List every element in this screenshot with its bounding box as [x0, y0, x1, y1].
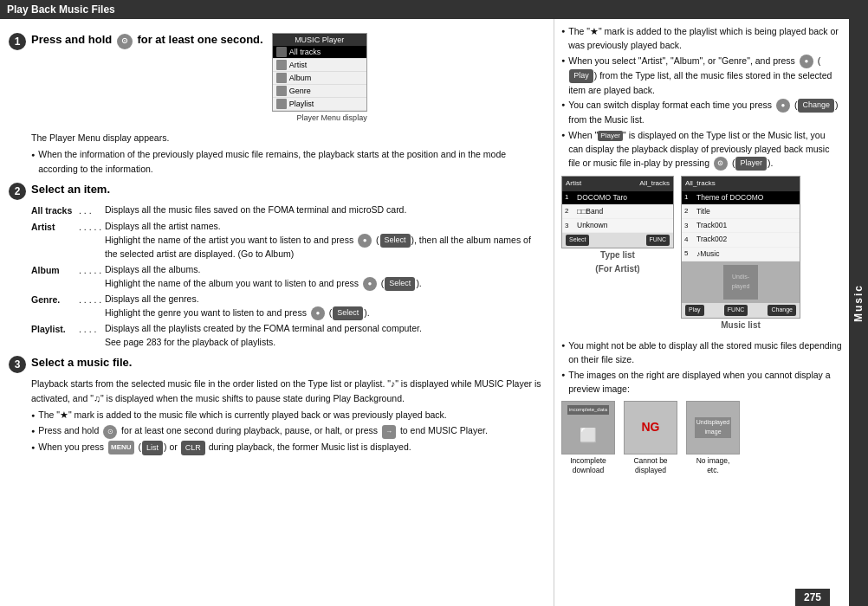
- step-1-body: The Player Menu display appears. When th…: [31, 131, 545, 176]
- type-list-footer: Select FUNC: [562, 233, 673, 248]
- player-label: Player: [598, 131, 623, 141]
- def-term-album: Album: [31, 263, 79, 291]
- music-list-row-2: 2Title: [682, 205, 800, 219]
- incomplete-label: Incompletedownload: [561, 456, 615, 475]
- right-bullet-2-text: When you select "Artist", "Album", or "G…: [568, 54, 842, 98]
- player-menu-item-artist: Artist: [273, 59, 366, 72]
- music-list-screen: All_tracks 1Theme of DOCOMO 2Title 3Trac…: [681, 176, 800, 333]
- music-sidebar-label: Music: [852, 284, 865, 322]
- undisplayed-label: Undisplayedimage: [695, 417, 732, 438]
- player-menu-item-genre: Genre: [273, 85, 366, 98]
- def-dots-alltracks: . . .: [79, 203, 105, 218]
- step-1-number: 1: [9, 33, 26, 50]
- right-bullet-1-text: The "★" mark is added to the playlist wh…: [568, 24, 842, 53]
- type-list-row-3: 3Unknown: [562, 219, 673, 233]
- cannot-display-img: NG: [624, 401, 677, 455]
- step-2-heading: Select an item.: [31, 183, 110, 197]
- step-3-bullet-3-text: When you press MENU (List) or CLR during…: [38, 440, 411, 455]
- right-bullet-2: When you select "Artist", "Album", or "G…: [561, 54, 842, 98]
- def-row-album: Album . . . . . Displays all the albums.…: [31, 263, 545, 291]
- page-number: 275: [795, 589, 830, 606]
- type-list-row-2: 2□□Band: [562, 205, 673, 219]
- ng-label: NG: [642, 418, 660, 437]
- player-menu-display: MUSIC Player All tracks Artist Album: [272, 33, 367, 122]
- step-3-bullet-1: The "★" mark is added to the music file …: [31, 408, 545, 422]
- music-list-row-1: 1Theme of DOCOMO: [682, 191, 800, 205]
- step-3-header: 3 Select a music file.: [9, 356, 545, 373]
- player-menu-item-album: Album: [273, 72, 366, 85]
- def-row-alltracks: All tracks . . . Displays all the music …: [31, 203, 545, 218]
- screenshots-row: ArtistAll_tracks 1DOCOMO Taro 2□□Band 3U…: [561, 176, 842, 333]
- right-bullet-5: You might not be able to display all the…: [561, 338, 842, 367]
- step-3-bullet-1-text: The "★" mark is added to the music file …: [38, 408, 447, 422]
- def-dots-artist: . . . . .: [79, 220, 105, 261]
- right-bullet-6-text: The images on the right are displayed wh…: [568, 368, 842, 396]
- right-sidebar: Music: [849, 0, 868, 606]
- no-image-img: Undisplayedimage: [686, 401, 740, 455]
- incomplete-img: incomplete_data ⬜: [561, 401, 615, 455]
- music-list-row-4: 4Track002: [682, 233, 800, 247]
- def-row-genre: Genre. . . . . . Displays all the genres…: [31, 293, 545, 320]
- right-bullet-3-text: You can switch display format each time …: [568, 98, 842, 126]
- right-bullet-3: You can switch display format each time …: [561, 98, 842, 126]
- step-3-number: 3: [9, 356, 26, 373]
- title-bar: Play Back Music Files: [0, 0, 849, 19]
- def-dots-genre: . . . . .: [79, 293, 105, 320]
- change-footer-btn[interactable]: Change: [768, 305, 796, 316]
- select-btn-3[interactable]: ●: [311, 306, 325, 320]
- type-list-screen: ArtistAll_tracks 1DOCOMO Taro 2□□Band 3U…: [561, 176, 674, 277]
- def-row-artist: Artist . . . . . Displays all the artist…: [31, 220, 545, 261]
- step-3-body: Playback starts from the selected music …: [31, 377, 545, 455]
- select-btn-1[interactable]: ●: [358, 234, 372, 248]
- step-3-desc: Playback starts from the selected music …: [31, 377, 545, 406]
- music-list-header: All_tracks: [682, 177, 800, 190]
- change-btn[interactable]: ●: [776, 99, 790, 113]
- right-bullet-6: The images on the right are displayed wh…: [561, 368, 842, 396]
- clr-btn: CLR: [181, 441, 205, 455]
- preview-no-image: Undisplayedimage No image,etc.: [686, 401, 740, 475]
- play-label: Play: [569, 69, 593, 83]
- incomplete-data-label: incomplete_data: [567, 405, 609, 415]
- right-bullet-4-text: When "Player" is displayed on the Type l…: [568, 128, 842, 171]
- step-1-bullet-1: When the information of the previously p…: [31, 147, 545, 177]
- def-term-genre: Genre.: [31, 293, 79, 320]
- undisplayed-img: Undis-played: [723, 265, 758, 300]
- step-3-bullet-2: Press and hold ⊙ for at least one second…: [31, 423, 545, 439]
- step-3-bullet-2-text: Press and hold ⊙ for at least one second…: [38, 423, 488, 439]
- select-label-1: Select: [380, 234, 411, 248]
- def-row-playlist: Playlist. . . . . Displays all the playl…: [31, 322, 545, 350]
- left-column: 1 Press and hold ⊙ for at least one seco…: [0, 19, 554, 606]
- player-btn-label: Player: [735, 157, 767, 171]
- def-term-alltracks: All tracks: [31, 203, 79, 218]
- type-list-row-1: 1DOCOMO Taro: [562, 191, 673, 205]
- player-btn[interactable]: ⊙: [714, 157, 728, 171]
- step-1-header: 1 Press and hold ⊙ for at least one seco…: [9, 33, 545, 127]
- func-footer-btn2[interactable]: FUNC: [724, 305, 748, 316]
- play-footer-btn[interactable]: Play: [685, 305, 704, 316]
- menu-btn[interactable]: MENU: [108, 441, 134, 455]
- list-label: List: [142, 441, 163, 455]
- type-list-header: ArtistAll_tracks: [562, 177, 673, 190]
- type-list-label: Type list(For Artist): [561, 248, 674, 275]
- def-desc-alltracks: Displays all the music files saved on th…: [105, 203, 545, 218]
- right-column: The "★" mark is added to the playlist wh…: [554, 19, 849, 606]
- select-footer-btn[interactable]: Select: [566, 235, 589, 246]
- music-list-label: Music list: [681, 319, 800, 332]
- step-1-bullet-1-text: When the information of the previously p…: [38, 147, 545, 177]
- title-bar-label: Play Back Music Files: [7, 3, 115, 16]
- func-footer-btn[interactable]: FUNC: [646, 235, 670, 246]
- step-1-heading: Press and hold ⊙ for at least one second…: [31, 33, 263, 46]
- music-list-footer: Play FUNC Change: [682, 303, 800, 318]
- select-btn-2[interactable]: ●: [363, 277, 377, 291]
- play-btn[interactable]: ●: [800, 55, 813, 68]
- music-list-row-5: 5♪Music: [682, 248, 800, 261]
- step-2-body: All tracks . . . Displays all the music …: [31, 203, 545, 349]
- right-bullet-5-text: You might not be able to display all the…: [568, 338, 842, 367]
- preview-incomplete: incomplete_data ⬜ Incompletedownload: [561, 401, 615, 475]
- select-label-3: Select: [333, 306, 363, 320]
- def-desc-album: Displays all the albums. Highlight the n…: [105, 263, 545, 291]
- step-1-desc: The Player Menu display appears.: [31, 131, 545, 145]
- def-dots-playlist: . . . .: [79, 322, 105, 350]
- select-label-2: Select: [385, 277, 415, 291]
- cannot-display-label: Cannot bedisplayed: [624, 456, 677, 475]
